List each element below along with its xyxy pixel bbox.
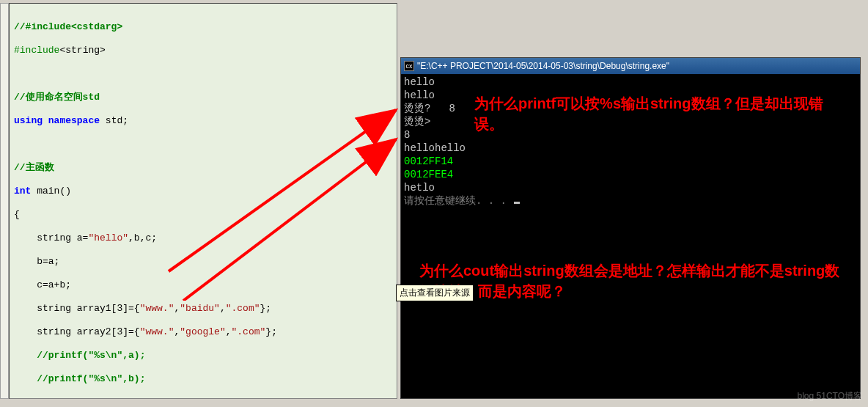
code-line: //使用命名空间std xyxy=(14,92,100,103)
code-editor[interactable]: //#include<cstdarg> #include<string> //使… xyxy=(9,3,397,399)
code-line: #include xyxy=(14,45,59,56)
cmd-icon: cx xyxy=(404,61,414,71)
annotation-text-1: 为什么printf可以按%s输出string数组？但是却出现错误。 xyxy=(474,93,841,134)
annotation-text-2: 为什么cout输出string数组会是地址？怎样输出才能不是string数组地址… xyxy=(419,260,852,301)
console-title-text: "E:\C++ PROJECT\2014-05\2014-05-03\strin… xyxy=(417,61,669,71)
console-output: hello hello 烫烫? 8 烫烫> 8 hellohello 0012F… xyxy=(401,74,860,398)
console-window[interactable]: cx "E:\C++ PROJECT\2014-05\2014-05-03\st… xyxy=(400,57,861,399)
console-line: hello xyxy=(404,76,857,89)
code-line: //#include<cstdarg> xyxy=(14,21,122,32)
image-source-tooltip[interactable]: 点击查看图片来源 xyxy=(396,285,474,301)
console-line: 0012FF14 xyxy=(404,155,857,168)
console-line: 0012FEE4 xyxy=(404,168,857,181)
editor-gutter xyxy=(0,3,9,399)
watermark-text: blog 51CTO博客 xyxy=(798,390,862,403)
console-titlebar[interactable]: cx "E:\C++ PROJECT\2014-05\2014-05-03\st… xyxy=(401,58,860,74)
console-line: hetlo xyxy=(404,181,857,194)
cursor-icon xyxy=(514,202,520,204)
console-line: hellohello xyxy=(404,142,857,155)
console-line: 请按任意键继续. . . xyxy=(404,194,857,208)
